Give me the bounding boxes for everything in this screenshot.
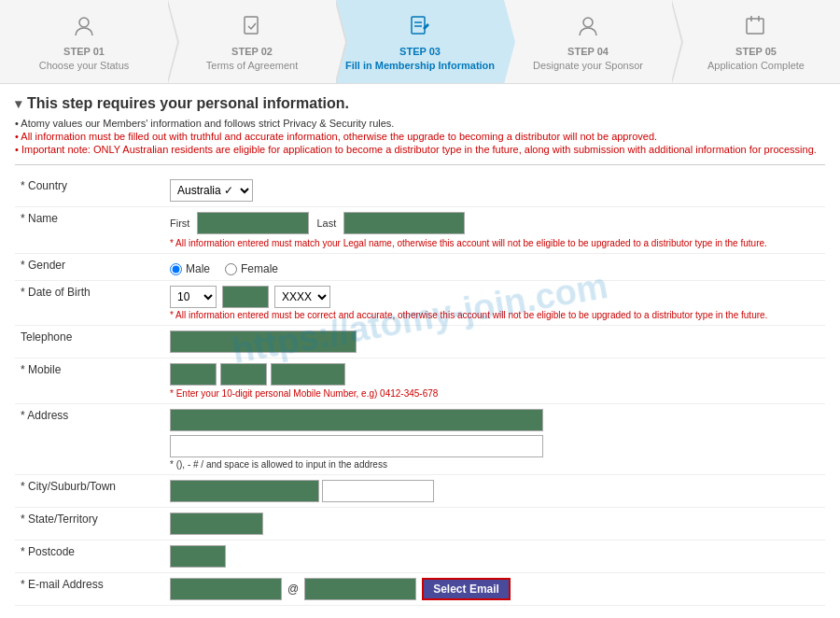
state-input[interactable]	[170, 513, 263, 535]
step5-num: STEP 05	[707, 45, 805, 58]
telephone-input[interactable]	[170, 330, 357, 353]
step4-num: STEP 04	[533, 45, 643, 58]
svg-rect-2	[412, 17, 425, 34]
step-1[interactable]: STEP 01 Choose your Status	[0, 0, 168, 83]
section-title: ▾ This step requires your personal infor…	[15, 95, 825, 112]
email-value: @ Select Email	[164, 573, 825, 606]
gender-value: Male Female	[164, 254, 825, 281]
svg-rect-1	[245, 17, 258, 34]
dob-year-select[interactable]: XXXX	[274, 286, 330, 308]
name-label: * Name	[15, 207, 164, 254]
state-label: * State/Territory	[15, 508, 164, 541]
email-domain-input[interactable]	[304, 578, 416, 600]
step1-label: Choose your Status	[39, 60, 130, 71]
note-1: • Atomy values our Members' information …	[15, 118, 825, 129]
email-label: * E-mail Address	[15, 573, 164, 606]
row-country: * Country Australia ✓	[15, 175, 825, 207]
step-4[interactable]: STEP 04 Designate your Sponsor	[504, 0, 672, 83]
gender-male-label: Male	[186, 262, 210, 275]
row-city: * City/Suburb/Town	[15, 475, 825, 508]
note-3: • Important note: ONLY Australian reside…	[15, 144, 825, 155]
step1-icon	[69, 11, 99, 41]
step4-icon	[573, 11, 603, 41]
section-title-text: This step requires your personal informa…	[27, 95, 349, 112]
country-select[interactable]: Australia ✓	[170, 179, 253, 202]
address-value: * (), - # / and space is allowed to inpu…	[164, 404, 825, 475]
step2-icon	[237, 11, 267, 41]
mobile-label: * Mobile	[15, 358, 164, 404]
step-5[interactable]: STEP 05 Application Complete	[672, 0, 840, 83]
name-note: * All information entered must match you…	[170, 238, 819, 248]
row-gender: * Gender Male Female	[15, 254, 825, 281]
address-label: * Address	[15, 404, 164, 475]
step-2[interactable]: STEP 02 Terms of Agreement	[168, 0, 336, 83]
step3-icon	[405, 11, 435, 41]
divider	[15, 164, 825, 165]
mobile-num-input[interactable]	[271, 363, 345, 386]
step2-label: Terms of Agreement	[206, 60, 298, 71]
city-value	[164, 475, 825, 508]
gender-male-option[interactable]: Male	[170, 262, 210, 275]
last-label: Last	[316, 218, 336, 229]
email-username-input[interactable]	[170, 578, 282, 600]
country-label: * Country	[15, 175, 164, 207]
row-state: * State/Territory	[15, 508, 825, 541]
country-value: Australia ✓	[164, 175, 825, 207]
address-note: * (), - # / and space is allowed to inpu…	[170, 459, 819, 470]
dob-month-select[interactable]: 10	[170, 286, 217, 308]
mobile-value: * Enter your 10-digit personal Mobile Nu…	[164, 358, 825, 404]
postcode-input[interactable]	[170, 545, 226, 568]
gender-female-label: Female	[241, 262, 278, 275]
note-2: • All information must be filled out wit…	[15, 131, 825, 142]
step5-icon	[741, 11, 771, 41]
gender-female-radio[interactable]	[225, 263, 237, 275]
step5-label: Application Complete	[707, 60, 805, 71]
step2-num: STEP 02	[206, 45, 298, 58]
main-content: ▾ This step requires your personal infor…	[0, 84, 840, 617]
last-name-input[interactable]	[343, 212, 465, 234]
telephone-label: Telephone	[15, 326, 164, 358]
telephone-value	[164, 326, 825, 358]
step1-num: STEP 01	[39, 45, 130, 58]
postcode-value	[164, 541, 825, 573]
step-3[interactable]: STEP 03 Fill in Membership Information	[336, 0, 504, 83]
mobile-note: * Enter your 10-digit personal Mobile Nu…	[170, 388, 819, 399]
gender-female-option[interactable]: Female	[225, 262, 278, 275]
row-address: * Address * (), - # / and space is allow…	[15, 404, 825, 475]
step4-label: Designate your Sponsor	[533, 60, 643, 71]
row-mobile: * Mobile * Enter your 10-digit personal …	[15, 358, 825, 404]
svg-point-0	[79, 18, 89, 27]
address-line2-input[interactable]	[170, 435, 543, 457]
dob-note: * All information entered must be correc…	[170, 310, 819, 320]
dob-value: 10 XXXX * All information entered must b…	[164, 281, 825, 326]
mobile-cc-input[interactable]	[170, 363, 217, 386]
row-name: * Name First Last * All information ente…	[15, 207, 825, 254]
step3-num: STEP 03	[345, 45, 495, 58]
city-input[interactable]	[170, 480, 319, 502]
dob-label: * Date of Birth	[15, 281, 164, 326]
row-postcode: * Postcode	[15, 541, 825, 573]
step3-label: Fill in Membership Information	[345, 60, 495, 71]
select-email-button[interactable]: Select Email	[422, 578, 511, 600]
form-table: * Country Australia ✓ * Name First Last …	[15, 175, 825, 606]
address-line1-input[interactable]	[170, 409, 543, 431]
row-dob: * Date of Birth 10 XXXX * All informatio…	[15, 281, 825, 326]
svg-rect-6	[747, 19, 763, 34]
first-name-input[interactable]	[197, 212, 309, 234]
state-value	[164, 508, 825, 541]
mobile-area-input[interactable]	[220, 363, 267, 386]
city-label: * City/Suburb/Town	[15, 475, 164, 508]
chevron-icon: ▾	[15, 96, 21, 111]
dob-day-input[interactable]	[222, 286, 269, 308]
at-sign: @	[287, 583, 299, 596]
svg-point-5	[583, 18, 593, 27]
row-telephone: Telephone	[15, 326, 825, 358]
gender-male-radio[interactable]	[170, 263, 182, 275]
postcode-label: * Postcode	[15, 541, 164, 573]
row-email: * E-mail Address @ Select Email	[15, 573, 825, 606]
city-input2[interactable]	[322, 480, 434, 502]
stepper: STEP 01 Choose your Status STEP 02 Terms…	[0, 0, 840, 84]
first-label: First	[170, 218, 189, 229]
name-value: First Last * All information entered mus…	[164, 207, 825, 254]
gender-label: * Gender	[15, 254, 164, 281]
